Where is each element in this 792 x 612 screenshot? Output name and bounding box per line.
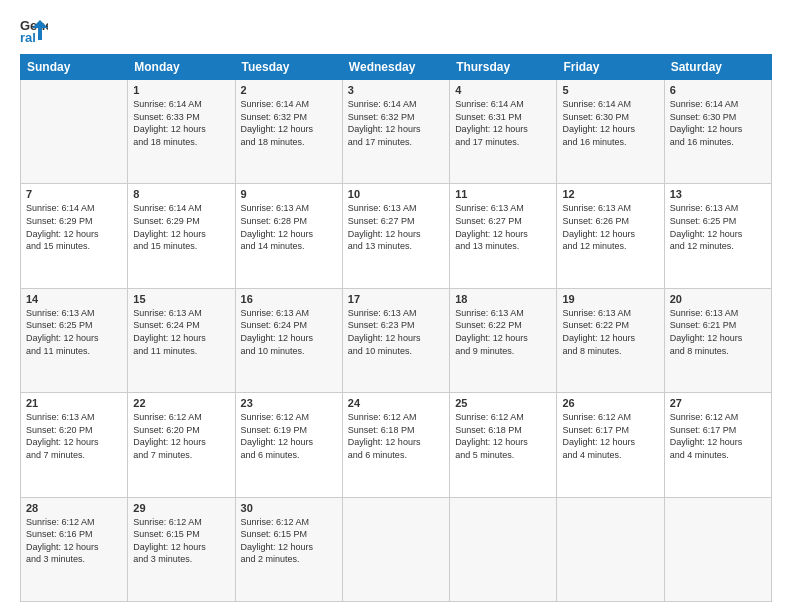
- cell-info: Sunrise: 6:13 AMSunset: 6:24 PMDaylight:…: [241, 307, 337, 357]
- cell-info: Sunrise: 6:12 AMSunset: 6:18 PMDaylight:…: [455, 411, 551, 461]
- day-number: 7: [26, 188, 122, 200]
- day-number: 8: [133, 188, 229, 200]
- day-number: 16: [241, 293, 337, 305]
- calendar-cell: 2Sunrise: 6:14 AMSunset: 6:32 PMDaylight…: [235, 80, 342, 184]
- svg-text:ral: ral: [20, 30, 36, 44]
- page: Gene ral SundayMondayTuesdayWednesdayThu…: [0, 0, 792, 612]
- calendar-cell: 28Sunrise: 6:12 AMSunset: 6:16 PMDayligh…: [21, 497, 128, 601]
- day-number: 20: [670, 293, 766, 305]
- calendar-cell: 10Sunrise: 6:13 AMSunset: 6:27 PMDayligh…: [342, 184, 449, 288]
- day-number: 1: [133, 84, 229, 96]
- calendar-cell: 22Sunrise: 6:12 AMSunset: 6:20 PMDayligh…: [128, 393, 235, 497]
- calendar-cell: [342, 497, 449, 601]
- calendar-cell: 11Sunrise: 6:13 AMSunset: 6:27 PMDayligh…: [450, 184, 557, 288]
- day-header-sunday: Sunday: [21, 55, 128, 80]
- calendar-cell: 20Sunrise: 6:13 AMSunset: 6:21 PMDayligh…: [664, 288, 771, 392]
- day-number: 10: [348, 188, 444, 200]
- calendar-header-row: SundayMondayTuesdayWednesdayThursdayFrid…: [21, 55, 772, 80]
- day-number: 27: [670, 397, 766, 409]
- calendar-cell: 21Sunrise: 6:13 AMSunset: 6:20 PMDayligh…: [21, 393, 128, 497]
- cell-info: Sunrise: 6:14 AMSunset: 6:33 PMDaylight:…: [133, 98, 229, 148]
- calendar-cell: 5Sunrise: 6:14 AMSunset: 6:30 PMDaylight…: [557, 80, 664, 184]
- day-number: 12: [562, 188, 658, 200]
- calendar-cell: 9Sunrise: 6:13 AMSunset: 6:28 PMDaylight…: [235, 184, 342, 288]
- calendar-cell: 7Sunrise: 6:14 AMSunset: 6:29 PMDaylight…: [21, 184, 128, 288]
- cell-info: Sunrise: 6:13 AMSunset: 6:26 PMDaylight:…: [562, 202, 658, 252]
- day-number: 18: [455, 293, 551, 305]
- calendar-cell: 23Sunrise: 6:12 AMSunset: 6:19 PMDayligh…: [235, 393, 342, 497]
- cell-info: Sunrise: 6:13 AMSunset: 6:22 PMDaylight:…: [455, 307, 551, 357]
- cell-info: Sunrise: 6:13 AMSunset: 6:21 PMDaylight:…: [670, 307, 766, 357]
- day-number: 2: [241, 84, 337, 96]
- cell-info: Sunrise: 6:12 AMSunset: 6:19 PMDaylight:…: [241, 411, 337, 461]
- day-number: 6: [670, 84, 766, 96]
- cell-info: Sunrise: 6:13 AMSunset: 6:25 PMDaylight:…: [670, 202, 766, 252]
- calendar-cell: [557, 497, 664, 601]
- cell-info: Sunrise: 6:13 AMSunset: 6:28 PMDaylight:…: [241, 202, 337, 252]
- calendar-cell: 14Sunrise: 6:13 AMSunset: 6:25 PMDayligh…: [21, 288, 128, 392]
- day-number: 30: [241, 502, 337, 514]
- calendar-cell: 13Sunrise: 6:13 AMSunset: 6:25 PMDayligh…: [664, 184, 771, 288]
- calendar-cell: 19Sunrise: 6:13 AMSunset: 6:22 PMDayligh…: [557, 288, 664, 392]
- cell-info: Sunrise: 6:12 AMSunset: 6:17 PMDaylight:…: [670, 411, 766, 461]
- day-number: 21: [26, 397, 122, 409]
- calendar-cell: [664, 497, 771, 601]
- calendar-cell: [450, 497, 557, 601]
- day-header-thursday: Thursday: [450, 55, 557, 80]
- calendar-cell: 3Sunrise: 6:14 AMSunset: 6:32 PMDaylight…: [342, 80, 449, 184]
- calendar-cell: 27Sunrise: 6:12 AMSunset: 6:17 PMDayligh…: [664, 393, 771, 497]
- day-number: 23: [241, 397, 337, 409]
- logo-icon: Gene ral: [20, 16, 48, 44]
- cell-info: Sunrise: 6:14 AMSunset: 6:32 PMDaylight:…: [348, 98, 444, 148]
- day-number: 9: [241, 188, 337, 200]
- cell-info: Sunrise: 6:13 AMSunset: 6:27 PMDaylight:…: [348, 202, 444, 252]
- week-row-1: 1Sunrise: 6:14 AMSunset: 6:33 PMDaylight…: [21, 80, 772, 184]
- calendar-cell: 30Sunrise: 6:12 AMSunset: 6:15 PMDayligh…: [235, 497, 342, 601]
- day-number: 28: [26, 502, 122, 514]
- day-number: 15: [133, 293, 229, 305]
- cell-info: Sunrise: 6:13 AMSunset: 6:24 PMDaylight:…: [133, 307, 229, 357]
- calendar-cell: 26Sunrise: 6:12 AMSunset: 6:17 PMDayligh…: [557, 393, 664, 497]
- week-row-3: 14Sunrise: 6:13 AMSunset: 6:25 PMDayligh…: [21, 288, 772, 392]
- day-header-saturday: Saturday: [664, 55, 771, 80]
- header: Gene ral: [20, 16, 772, 44]
- cell-info: Sunrise: 6:13 AMSunset: 6:25 PMDaylight:…: [26, 307, 122, 357]
- day-number: 24: [348, 397, 444, 409]
- calendar-cell: 29Sunrise: 6:12 AMSunset: 6:15 PMDayligh…: [128, 497, 235, 601]
- cell-info: Sunrise: 6:14 AMSunset: 6:30 PMDaylight:…: [670, 98, 766, 148]
- cell-info: Sunrise: 6:14 AMSunset: 6:32 PMDaylight:…: [241, 98, 337, 148]
- cell-info: Sunrise: 6:12 AMSunset: 6:17 PMDaylight:…: [562, 411, 658, 461]
- cell-info: Sunrise: 6:14 AMSunset: 6:29 PMDaylight:…: [133, 202, 229, 252]
- day-number: 25: [455, 397, 551, 409]
- calendar-cell: 1Sunrise: 6:14 AMSunset: 6:33 PMDaylight…: [128, 80, 235, 184]
- day-number: 3: [348, 84, 444, 96]
- calendar-cell: 12Sunrise: 6:13 AMSunset: 6:26 PMDayligh…: [557, 184, 664, 288]
- cell-info: Sunrise: 6:12 AMSunset: 6:15 PMDaylight:…: [241, 516, 337, 566]
- day-header-friday: Friday: [557, 55, 664, 80]
- week-row-4: 21Sunrise: 6:13 AMSunset: 6:20 PMDayligh…: [21, 393, 772, 497]
- calendar-cell: 24Sunrise: 6:12 AMSunset: 6:18 PMDayligh…: [342, 393, 449, 497]
- day-header-monday: Monday: [128, 55, 235, 80]
- cell-info: Sunrise: 6:12 AMSunset: 6:20 PMDaylight:…: [133, 411, 229, 461]
- cell-info: Sunrise: 6:14 AMSunset: 6:30 PMDaylight:…: [562, 98, 658, 148]
- cell-info: Sunrise: 6:12 AMSunset: 6:16 PMDaylight:…: [26, 516, 122, 566]
- calendar-cell: 16Sunrise: 6:13 AMSunset: 6:24 PMDayligh…: [235, 288, 342, 392]
- cell-info: Sunrise: 6:13 AMSunset: 6:22 PMDaylight:…: [562, 307, 658, 357]
- day-number: 13: [670, 188, 766, 200]
- cell-info: Sunrise: 6:13 AMSunset: 6:23 PMDaylight:…: [348, 307, 444, 357]
- calendar-cell: 4Sunrise: 6:14 AMSunset: 6:31 PMDaylight…: [450, 80, 557, 184]
- calendar-cell: 6Sunrise: 6:14 AMSunset: 6:30 PMDaylight…: [664, 80, 771, 184]
- day-number: 26: [562, 397, 658, 409]
- day-number: 22: [133, 397, 229, 409]
- cell-info: Sunrise: 6:12 AMSunset: 6:15 PMDaylight:…: [133, 516, 229, 566]
- day-number: 29: [133, 502, 229, 514]
- day-number: 14: [26, 293, 122, 305]
- day-number: 5: [562, 84, 658, 96]
- day-header-wednesday: Wednesday: [342, 55, 449, 80]
- cell-info: Sunrise: 6:13 AMSunset: 6:27 PMDaylight:…: [455, 202, 551, 252]
- cell-info: Sunrise: 6:12 AMSunset: 6:18 PMDaylight:…: [348, 411, 444, 461]
- day-header-tuesday: Tuesday: [235, 55, 342, 80]
- cell-info: Sunrise: 6:13 AMSunset: 6:20 PMDaylight:…: [26, 411, 122, 461]
- calendar-cell: 25Sunrise: 6:12 AMSunset: 6:18 PMDayligh…: [450, 393, 557, 497]
- calendar-cell: 17Sunrise: 6:13 AMSunset: 6:23 PMDayligh…: [342, 288, 449, 392]
